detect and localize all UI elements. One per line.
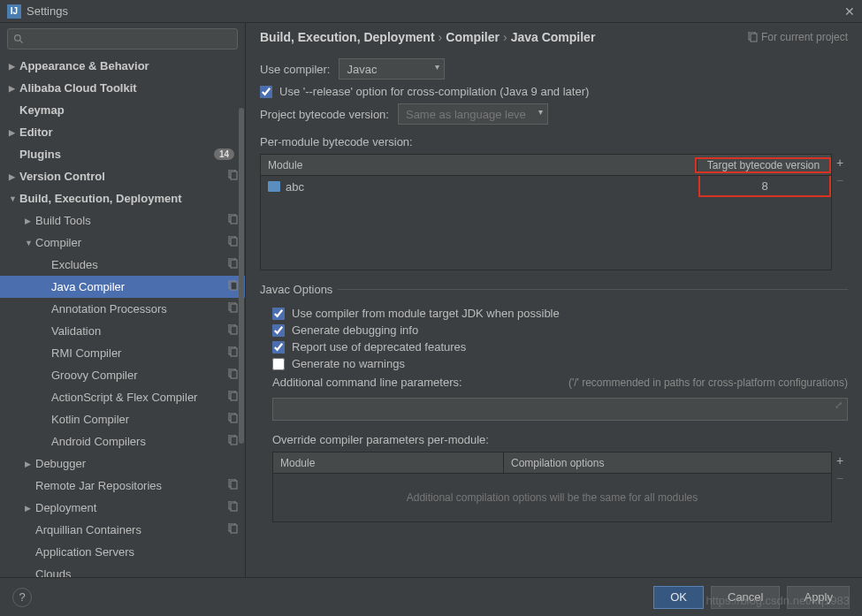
svg-rect-17 <box>231 348 237 356</box>
opt-debug-label: Generate debugging info <box>292 323 418 337</box>
sidebar-item-actionscript-flex-compiler[interactable]: ActionScript & Flex Compiler <box>0 386 245 408</box>
cancel-button[interactable]: Cancel <box>711 586 780 609</box>
table-row[interactable]: abc 8 <box>261 176 831 197</box>
remove-row-button-2[interactable]: − <box>836 472 843 484</box>
col-options[interactable]: Compilation options <box>503 452 831 473</box>
sidebar-item-editor[interactable]: ▶Editor <box>0 121 245 143</box>
opt-deprecated-label: Report use of deprecated features <box>292 340 466 354</box>
opt-nowarn-checkbox[interactable] <box>272 358 285 370</box>
copy-icon <box>227 435 238 448</box>
copy-icon <box>227 236 238 249</box>
sidebar-item-label: Build Tools <box>35 214 227 227</box>
col-module-2[interactable]: Module <box>273 457 503 469</box>
target-version-cell[interactable]: 8 <box>698 176 831 197</box>
tree-arrow-icon: ▶ <box>9 62 19 71</box>
sidebar-item-application-servers[interactable]: Application Servers <box>0 541 245 563</box>
sidebar-item-label: Application Servers <box>35 545 238 559</box>
svg-rect-21 <box>231 392 237 400</box>
opt-debug-checkbox[interactable] <box>272 324 285 337</box>
ok-button[interactable]: OK <box>653 586 704 609</box>
sidebar-item-version-control[interactable]: ▶Version Control <box>0 165 245 187</box>
scope-label: For current project <box>747 31 848 43</box>
copy-icon <box>227 346 238 360</box>
sidebar-item-plugins[interactable]: Plugins14 <box>0 143 245 165</box>
tree-arrow-icon: ▼ <box>25 239 35 247</box>
sidebar-item-label: Version Control <box>19 170 227 183</box>
sidebar-item-label: Keymap <box>19 103 238 117</box>
opt-target-jdk-checkbox[interactable] <box>272 308 285 320</box>
svg-rect-11 <box>231 282 237 290</box>
additional-params-label: Additional command line parameters: <box>272 376 462 389</box>
sidebar-item-clouds[interactable]: Clouds <box>0 563 245 577</box>
sidebar-item-alibaba-cloud-toolkit[interactable]: ▶Alibaba Cloud Toolkit <box>0 77 245 99</box>
sidebar-item-rmi-compiler[interactable]: RMI Compiler <box>0 342 245 364</box>
override-label: Override compiler parameters per-module: <box>272 433 848 446</box>
sidebar-item-compiler[interactable]: ▼Compiler <box>0 232 245 254</box>
copy-icon <box>227 369 238 382</box>
copy-icon <box>227 479 238 492</box>
sidebar-item-debugger[interactable]: ▶Debugger <box>0 452 245 475</box>
release-option-checkbox[interactable] <box>260 86 272 98</box>
sidebar-item-arquillian-containers[interactable]: Arquillian Containers <box>0 519 245 541</box>
sidebar-item-label: Java Compiler <box>51 280 227 293</box>
remove-row-button[interactable]: − <box>836 174 843 186</box>
add-row-button-2[interactable]: + <box>836 454 843 467</box>
sidebar-item-java-compiler[interactable]: Java Compiler <box>0 276 245 298</box>
sidebar-item-label: Appearance & Behavior <box>19 59 238 72</box>
sidebar-item-label: Alibaba Cloud Toolkit <box>19 81 238 95</box>
sidebar-item-kotlin-compiler[interactable]: Kotlin Compiler <box>0 408 245 430</box>
project-bytecode-select[interactable]: Same as language level <box>398 103 548 125</box>
sidebar-item-annotation-processors[interactable]: Annotation Processors <box>0 298 245 320</box>
sidebar-item-label: Compiler <box>35 236 227 249</box>
sidebar-item-label: Clouds <box>35 567 238 577</box>
sidebar-item-label: Kotlin Compiler <box>51 413 227 426</box>
copy-icon <box>227 501 238 514</box>
dialog-footer: ? OK Cancel Apply <box>0 577 862 616</box>
scrollbar-thumb[interactable] <box>239 108 244 444</box>
sidebar-item-excludes[interactable]: Excludes <box>0 254 245 276</box>
chevron-right-icon: › <box>439 30 443 44</box>
per-module-table: Module Target bytecode version abc 8 <box>260 154 832 270</box>
svg-rect-3 <box>231 171 237 179</box>
sidebar-item-build-execution-deployment[interactable]: ▼Build, Execution, Deployment <box>0 187 245 209</box>
opt-target-jdk-label: Use compiler from module target JDK when… <box>292 307 560 320</box>
sidebar-item-groovy-compiler[interactable]: Groovy Compiler <box>0 364 245 386</box>
svg-rect-15 <box>231 326 237 334</box>
sidebar-item-remote-jar-repositories[interactable]: Remote Jar Repositories <box>0 475 245 497</box>
col-module[interactable]: Module <box>261 159 695 171</box>
apply-button[interactable]: Apply <box>787 586 850 609</box>
add-row-button[interactable]: + <box>836 156 843 169</box>
search-input[interactable] <box>7 28 238 49</box>
col-target[interactable]: Target bytecode version <box>697 159 829 171</box>
sidebar-item-build-tools[interactable]: ▶Build Tools <box>0 209 245 232</box>
svg-point-0 <box>15 34 21 41</box>
breadcrumb-compiler[interactable]: Compiler <box>446 30 500 44</box>
window-title: Settings <box>27 4 68 18</box>
breadcrumb-root[interactable]: Build, Execution, Deployment <box>260 30 435 44</box>
sidebar-item-keymap[interactable]: Keymap <box>0 99 245 121</box>
copy-icon <box>227 324 238 338</box>
sidebar-item-label: Build, Execution, Deployment <box>19 192 238 205</box>
sidebar-item-android-compilers[interactable]: Android Compilers <box>0 430 245 452</box>
additional-params-input[interactable] <box>272 398 848 421</box>
sidebar-item-appearance-behavior[interactable]: ▶Appearance & Behavior <box>0 55 245 77</box>
svg-line-1 <box>19 40 22 42</box>
close-icon[interactable]: ✕ <box>844 4 855 19</box>
copy-icon <box>227 391 238 404</box>
sidebar-item-deployment[interactable]: ▶Deployment <box>0 497 245 519</box>
opt-deprecated-checkbox[interactable] <box>272 341 285 354</box>
expand-icon[interactable]: ⤢ <box>835 399 843 411</box>
sidebar-item-validation[interactable]: Validation <box>0 320 245 342</box>
release-option-label: Use '--release' option for cross-compila… <box>279 85 589 98</box>
help-button[interactable]: ? <box>12 588 32 607</box>
sidebar-item-label: Excludes <box>51 258 227 271</box>
per-module-label: Per-module bytecode version: <box>260 135 848 148</box>
copy-icon <box>227 280 238 293</box>
search-field[interactable] <box>28 33 232 45</box>
use-compiler-select[interactable]: Javac <box>339 58 445 80</box>
sidebar-item-label: Debugger <box>35 457 238 470</box>
svg-rect-5 <box>231 216 237 224</box>
sidebar-item-label: Deployment <box>35 501 227 514</box>
settings-tree: ▶Appearance & Behavior▶Alibaba Cloud Too… <box>0 55 245 577</box>
titlebar: IJ Settings ✕ <box>0 0 862 23</box>
